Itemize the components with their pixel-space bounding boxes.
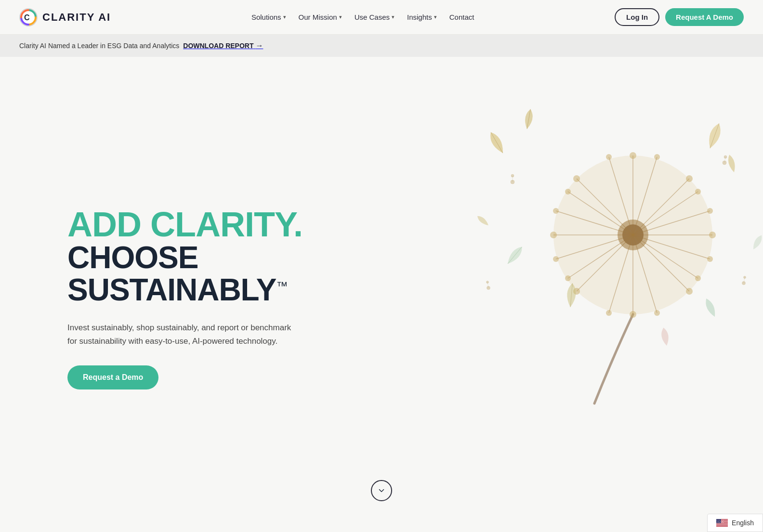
svg-line-22 [633,192,698,235]
nav-item-mission[interactable]: Our Mission ▾ [294,10,347,24]
banner-cta-link[interactable]: DOWNLOAD REPORT → [183,41,263,50]
svg-line-54 [724,157,725,163]
svg-point-43 [565,275,571,281]
svg-point-35 [553,208,559,214]
svg-line-19 [609,235,633,313]
svg-rect-74 [716,526,728,527]
svg-point-31 [686,175,693,182]
svg-line-49 [570,283,572,307]
nav-actions: Log In Request A Demo [615,8,744,26]
svg-point-59 [742,282,746,285]
svg-point-40 [654,310,660,316]
svg-line-60 [744,277,745,283]
svg-line-24 [633,235,698,278]
chevron-down-icon: ▾ [283,14,286,20]
nav-item-solutions[interactable]: Solutions ▾ [247,10,291,24]
nav-item-contact[interactable]: Contact [445,10,479,24]
svg-point-36 [553,256,559,262]
svg-line-21 [568,192,633,235]
svg-line-45 [491,132,503,153]
hero-title-line1: ADD CLARITY. [67,207,328,242]
svg-point-25 [630,152,636,159]
svg-line-11 [633,179,689,235]
svg-line-9 [577,179,633,235]
logo-link[interactable]: C CLARITY AI [19,8,111,26]
svg-point-55 [724,156,727,158]
svg-line-12 [577,235,633,291]
svg-point-28 [709,232,716,238]
svg-line-57 [487,282,488,288]
svg-point-41 [565,189,571,195]
nav-link-contact[interactable]: Contact [445,10,479,24]
svg-point-52 [511,174,514,177]
svg-line-18 [633,235,710,259]
svg-point-32 [573,288,580,295]
clarity-ai-logo-icon: C [19,8,38,26]
brand-name: CLARITY AI [42,11,111,24]
chevron-down-icon: ▾ [434,14,437,20]
nav-link-insights[interactable]: Insights ▾ [402,10,442,24]
svg-point-30 [686,288,693,295]
svg-line-13 [609,157,633,235]
svg-point-61 [744,276,746,279]
svg-point-38 [707,256,713,262]
nav-item-insights[interactable]: Insights ▾ [402,10,442,24]
request-demo-hero-button[interactable]: Request a Demo [67,365,158,389]
svg-point-53 [723,161,726,165]
language-label: English [732,519,754,527]
svg-point-27 [550,232,557,238]
svg-line-23 [568,235,633,278]
svg-rect-73 [716,526,728,526]
chevron-down-scroll-icon [377,486,386,495]
svg-point-34 [654,154,660,160]
svg-text:C: C [24,13,30,22]
svg-point-37 [707,208,713,214]
banner-arrow-icon: → [255,41,263,50]
svg-line-16 [556,235,633,259]
svg-point-2 [553,156,712,314]
svg-line-48 [508,247,522,264]
hero-section: ADD CLARITY. CHOOSE SUSTAINABLY™ Invest … [0,57,763,530]
svg-line-10 [633,235,689,291]
svg-point-56 [487,286,490,290]
svg-line-47 [710,123,719,148]
svg-point-44 [695,275,701,281]
svg-rect-72 [716,525,728,525]
svg-point-29 [573,175,580,182]
svg-rect-70 [716,524,728,524]
request-demo-nav-button[interactable]: Request A Demo [665,8,744,26]
chevron-down-icon: ▾ [339,14,342,20]
banner-text: Clarity AI Named a Leader in ESG Data an… [19,42,179,50]
svg-point-58 [487,281,489,284]
banner-cta-text: DOWNLOAD REPORT [183,42,253,50]
svg-point-33 [606,154,612,160]
svg-line-17 [633,211,710,235]
announcement-banner: Clarity AI Named a Leader in ESG Data an… [0,35,763,57]
nav-item-usecases[interactable]: Use Cases ▾ [350,10,399,24]
svg-rect-71 [716,524,728,525]
login-button[interactable]: Log In [615,8,659,26]
svg-point-39 [606,310,612,316]
svg-point-3 [618,220,648,250]
flag-icon: ★ ★ ★ ★ ★ ★ ★ ★ ★ ★ ★ ★ ★ ★ ★ ★ ★ [716,519,728,527]
hero-illustration [426,76,763,423]
svg-point-50 [511,180,514,184]
nav-link-solutions[interactable]: Solutions ▾ [247,10,291,24]
nav-link-usecases[interactable]: Use Cases ▾ [350,10,399,24]
nav-link-mission[interactable]: Our Mission ▾ [294,10,347,24]
nav-links: Solutions ▾ Our Mission ▾ Use Cases ▾ In… [247,10,479,24]
svg-line-20 [633,235,657,313]
svg-line-15 [556,211,633,235]
svg-point-42 [695,189,701,195]
scroll-down-button[interactable] [371,480,392,501]
chevron-down-icon: ▾ [392,14,395,20]
navbar: C CLARITY AI Solutions ▾ Our Mission ▾ U… [0,0,763,35]
svg-point-4 [622,224,644,246]
svg-line-14 [633,157,657,235]
svg-point-26 [630,311,636,318]
hero-title-line2: CHOOSE SUSTAINABLY™ [67,242,328,306]
language-selector[interactable]: ★ ★ ★ ★ ★ ★ ★ ★ ★ ★ ★ ★ ★ ★ ★ ★ ★ Englis… [707,514,763,532]
hero-content: ADD CLARITY. CHOOSE SUSTAINABLY™ Invest … [67,207,328,389]
hero-description: Invest sustainably, shop sustainably, an… [67,321,299,348]
svg-rect-69 [716,523,728,524]
